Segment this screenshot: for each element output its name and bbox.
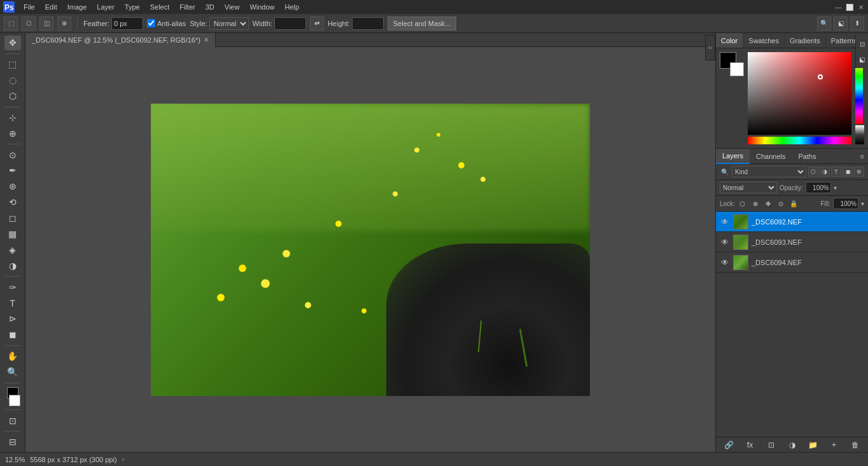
menu-edit[interactable]: Edit xyxy=(41,2,62,12)
layer-visibility-0[interactable]: 👁 xyxy=(720,217,730,227)
menu-image[interactable]: Image xyxy=(63,2,92,12)
opacity-input[interactable] xyxy=(806,182,831,193)
delete-layer-button[interactable]: 🗑 xyxy=(850,439,861,451)
tool-icon-2[interactable]: ⬡ xyxy=(22,17,36,31)
flower-12 xyxy=(361,308,367,313)
flower-4 xyxy=(437,133,440,137)
opacity-strip[interactable] xyxy=(855,125,864,144)
filter-smart-icon[interactable]: ⊛ xyxy=(854,167,864,177)
height-input[interactable] xyxy=(352,17,384,30)
lock-transparent-icon[interactable]: ⬡ xyxy=(738,198,748,209)
blur-tool[interactable]: ◈ xyxy=(4,243,21,257)
move-tool[interactable]: ✥ xyxy=(4,36,21,50)
background-swatch[interactable] xyxy=(730,62,744,76)
tool-icon-4[interactable]: ⊕ xyxy=(57,17,71,31)
select-and-mask-button[interactable]: Select and Mask... xyxy=(388,17,457,31)
lock-image-icon[interactable]: ⊕ xyxy=(750,198,760,209)
layers-panel-menu[interactable]: ≡ xyxy=(857,153,868,160)
layer-visibility-2[interactable]: 👁 xyxy=(720,257,730,268)
flower-11 xyxy=(305,302,311,308)
color-tab[interactable]: Color xyxy=(716,33,743,48)
color-gradient-field[interactable] xyxy=(748,52,851,135)
new-adjustment-button[interactable]: ◑ xyxy=(787,439,798,451)
share-icon[interactable]: ⬆ xyxy=(850,17,864,31)
filter-text-icon[interactable]: T xyxy=(831,167,841,177)
gradients-tab[interactable]: Gradients xyxy=(785,33,826,48)
tool-icon-3[interactable]: ◫ xyxy=(39,17,53,31)
menu-layer[interactable]: Layer xyxy=(92,2,119,12)
background-color[interactable] xyxy=(9,395,20,406)
magic-wand-tool[interactable]: ⬡ xyxy=(4,89,21,104)
maximize-button[interactable]: ⬜ xyxy=(845,3,854,11)
clone-stamp-tool[interactable]: ⊛ xyxy=(4,179,21,194)
channels-tab[interactable]: Channels xyxy=(750,149,792,164)
path-selection-tool[interactable]: ⊳ xyxy=(4,312,21,326)
lasso-tool[interactable]: ◌ xyxy=(4,73,21,88)
link-layers-button[interactable]: 🔗 xyxy=(724,439,735,451)
crop-tool[interactable]: ⊹ xyxy=(4,110,21,125)
width-input[interactable] xyxy=(274,17,306,30)
pen-tool[interactable]: ✑ xyxy=(4,280,21,294)
minimize-button[interactable]: — xyxy=(834,3,843,11)
add-mask-button[interactable]: ⊡ xyxy=(766,439,777,451)
filter-shape-icon[interactable]: ◼ xyxy=(843,167,853,177)
new-group-button[interactable]: 📁 xyxy=(808,439,819,451)
rectangular-marquee-tool[interactable]: ⬚ xyxy=(4,57,21,72)
panel-collapse-button[interactable]: ‹‹ xyxy=(705,35,715,60)
swap-icon[interactable]: ⇄ xyxy=(310,17,324,31)
close-button[interactable]: ✕ xyxy=(857,3,865,11)
canvas-content[interactable] xyxy=(25,47,715,452)
anti-alias-checkbox[interactable] xyxy=(147,19,155,27)
lock-position-icon[interactable]: ✥ xyxy=(763,198,773,209)
layer-item-1[interactable]: 👁 _DSC6093.NEF xyxy=(716,232,868,252)
menu-help[interactable]: Help xyxy=(281,2,304,12)
fill-input[interactable] xyxy=(833,198,858,209)
shape-tool[interactable]: ◼ xyxy=(4,327,21,342)
filter-adjustment-icon[interactable]: ◑ xyxy=(820,167,830,177)
menu-filter[interactable]: Filter xyxy=(175,2,199,12)
menu-3d[interactable]: 3D xyxy=(201,2,219,12)
menu-file[interactable]: File xyxy=(19,2,39,12)
gradient-tool[interactable]: ▦ xyxy=(4,227,21,242)
layers-tab[interactable]: Layers xyxy=(716,149,750,164)
menu-type[interactable]: Type xyxy=(120,2,144,12)
paths-tab[interactable]: Paths xyxy=(792,149,823,164)
panel-icon-1[interactable]: ⊡ xyxy=(856,38,869,50)
layer-item-2[interactable]: 👁 _DSC6094.NEF xyxy=(716,252,868,273)
blend-mode-select[interactable]: Normal Multiply Screen xyxy=(720,182,777,193)
hue-bar[interactable] xyxy=(748,137,851,144)
zoom-tool[interactable]: 🔍 xyxy=(4,365,21,380)
filter-pixel-icon[interactable]: ⬡ xyxy=(808,167,818,177)
dodge-tool[interactable]: ◑ xyxy=(4,258,21,273)
screen-mode-tool[interactable]: ⊟ xyxy=(4,435,21,449)
brush-tool[interactable]: ✒ xyxy=(4,163,21,178)
document-tab[interactable]: _DSC6094.NEF @ 12.5% (_DSC6092.NEF, RGB/… xyxy=(25,33,216,47)
quick-mask-tool[interactable]: ⊡ xyxy=(4,413,21,428)
menu-window[interactable]: Window xyxy=(245,2,279,12)
spot-healing-tool[interactable]: ⊙ xyxy=(4,147,21,162)
history-brush-tool[interactable]: ⟲ xyxy=(4,195,21,210)
search-icon[interactable]: 🔍 xyxy=(817,17,831,31)
layer-item-0[interactable]: 👁 _DSC6092.NEF xyxy=(716,212,868,232)
add-effect-button[interactable]: fx xyxy=(745,439,756,451)
lock-artboard-icon[interactable]: ⊙ xyxy=(776,198,786,209)
eyedropper-tool[interactable]: ⊕ xyxy=(4,126,21,140)
tab-close-icon[interactable]: ✕ xyxy=(204,36,209,43)
lock-all-icon[interactable]: 🔒 xyxy=(788,198,799,209)
eraser-tool[interactable]: ◻ xyxy=(4,211,21,226)
panel-icon-2[interactable]: ⬕ xyxy=(856,53,869,65)
menu-view[interactable]: View xyxy=(220,2,244,12)
color-spectrum[interactable] xyxy=(748,52,851,144)
feather-input[interactable] xyxy=(111,17,143,30)
text-tool[interactable]: T xyxy=(4,296,21,310)
menu-select[interactable]: Select xyxy=(146,2,174,12)
layer-visibility-1[interactable]: 👁 xyxy=(720,237,730,247)
new-layer-button[interactable]: + xyxy=(829,439,840,451)
layer-filter-select[interactable]: Kind xyxy=(732,166,806,177)
tool-icon-rectangular[interactable]: ⬚ xyxy=(4,17,18,31)
panel-arrange-icon[interactable]: ⬕ xyxy=(834,17,848,31)
swatches-tab[interactable]: Swatches xyxy=(743,33,785,48)
status-arrow[interactable]: › xyxy=(122,456,124,463)
style-select[interactable]: Normal xyxy=(209,17,249,30)
hand-tool[interactable]: ✋ xyxy=(4,349,21,364)
